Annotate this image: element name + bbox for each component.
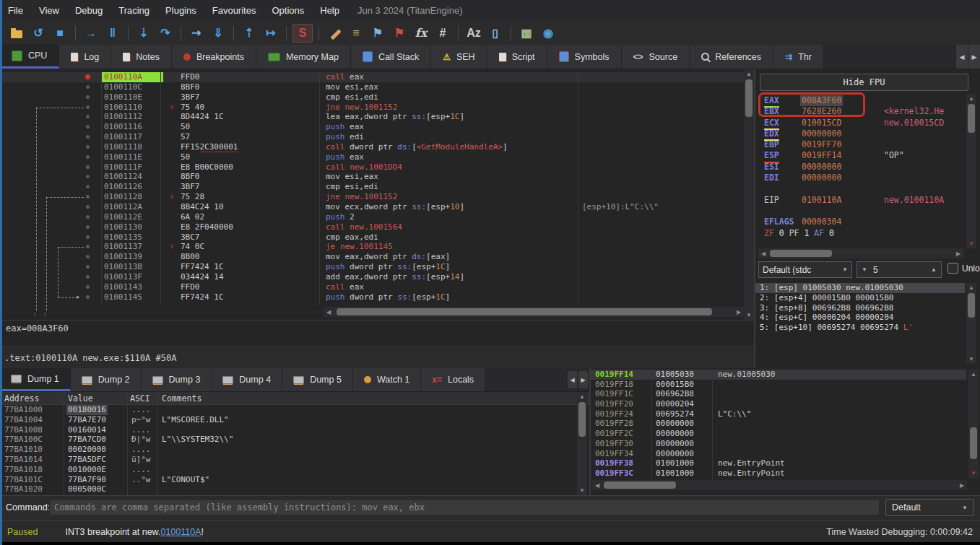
register-row[interactable]: EIP0100110Anew.0100110A [755,195,965,206]
menu-item-help[interactable]: Help [312,5,347,16]
disasm-row[interactable]: 01001128∨75 28jne new.1001152 [0,192,744,202]
horizontal-scrollbar[interactable]: ◀▶ [592,480,967,490]
stack-row[interactable]: 0019FF2800000000 [591,419,966,429]
tab-locals[interactable]: x=Locals [421,368,485,391]
breakpoint-dot[interactable] [85,74,90,79]
run-to-user-code-icon[interactable]: ⇓ [209,25,227,42]
restart-icon[interactable]: ↺ [29,25,48,42]
disasm-row[interactable]: 0100112E6A 02push 2 [0,212,744,222]
stack-row[interactable]: 0019FF18000015B0 [591,380,966,390]
tab-seh[interactable]: ⚠SEH [431,45,487,69]
disasm-row[interactable]: 01001143FFD0call eax [0,282,744,292]
execute-till-return-icon[interactable]: ↦ [261,25,280,42]
scroll-down-icon[interactable]: ▼ [966,240,976,247]
close-icon[interactable]: ■ [51,25,69,42]
vertical-scrollbar[interactable]: ▲▼ [966,283,976,364]
disasm-row[interactable]: 010011128D4424 1Clea eax,dword ptr ss:[e… [0,112,744,122]
disasm-row[interactable]: 0100111757push edi [0,132,744,142]
disassembly-pane[interactable]: EIP ▶ 0100110AFFD0call eax0100110C8BF0mo… [0,69,754,320]
int3-breakpoint-icon[interactable]: S [292,24,313,43]
menu-item-plugins[interactable]: Plugins [157,5,204,16]
disasm-row[interactable]: 0100110C8BF0mov esi,eax [0,82,744,92]
dump-row[interactable]: 77BA10200005000C [0,484,578,494]
tab-script[interactable]: Script [487,45,547,69]
registers-pane[interactable]: Hide FPU EAX008A3F60EBX7628E260<kernel32… [754,69,980,368]
arg-row[interactable]: 2: [esp+4] 000015B0 000015B0 [755,293,965,303]
vertical-scrollbar[interactable]: ▲▼ [744,69,754,320]
unlocked-checkbox[interactable]: Unlocked [948,263,980,274]
checkbox-icon[interactable] [948,263,958,274]
tab-references[interactable]: References [690,45,773,69]
arg-row[interactable]: 4: [esp+C] 00000204 00000204 [755,313,965,323]
labels-icon[interactable]: ⚑ [368,25,387,42]
dump-row[interactable]: 77BA10180010000E.... [0,465,578,475]
stack-row[interactable]: 0019FF2000000204 [591,399,966,409]
tab-dump-2[interactable]: Dump 2 [71,368,142,391]
tab-watch-1[interactable]: Watch 1 [353,368,421,391]
vertical-scrollbar[interactable]: ▲▼ [577,392,587,495]
arg-count-spinner[interactable]: ▼ 5 ▲ [857,261,942,278]
stack-row[interactable]: 0019FF3000000000 [591,439,966,449]
stack-row[interactable]: 0019FF3801001000new.EntryPoint [591,458,966,468]
run-icon[interactable]: → [82,25,100,42]
stack-row[interactable]: 0019FF3400000000 [591,449,966,459]
stack-row[interactable]: 0019FF2400695274L"C:\\" [591,409,966,419]
scroll-right-icon[interactable]: ▶ [958,482,966,489]
calculator-icon[interactable]: ▦ [517,25,536,42]
scroll-thumb[interactable] [968,104,975,133]
dump-row[interactable]: 77BA101000020000.... [0,445,578,455]
register-row[interactable] [755,206,965,217]
arg-row[interactable]: 1: [esp] 01005030 new.01005030 [755,283,965,293]
register-row[interactable]: EDX00000000 [755,128,965,139]
menu-item-file[interactable]: File [0,5,31,16]
dump-tabs-scroll-left-button[interactable]: ◀ [568,371,577,388]
scroll-up-icon[interactable]: ▲ [966,95,976,102]
horizontal-scrollbar[interactable]: ◀▶ [758,248,963,258]
stack-row[interactable]: 0019FF1C006962B8 [591,389,966,399]
stack-row[interactable]: 0019FF1401005030new.01005030 [591,370,966,380]
scroll-left-icon[interactable]: ◀ [594,482,601,489]
menu-item-debug[interactable]: Debug [67,5,110,16]
horizontal-scrollbar[interactable]: ◀▶ [324,307,744,317]
register-row[interactable]: ZF 0 PF 1 AF 0 [755,228,965,239]
step-into-icon[interactable]: ⇣ [134,25,153,42]
tab-dump-5[interactable]: Dump 5 [282,368,353,391]
register-row[interactable]: EDI00000000 [755,173,965,183]
scroll-down-icon[interactable]: ▼ [744,312,754,318]
scroll-thumb[interactable] [968,293,975,318]
scroll-thumb[interactable] [578,402,586,437]
scroll-left-icon[interactable]: ◀ [325,309,332,315]
register-row[interactable]: ESP0019FF14"OP" [755,150,965,161]
disasm-row[interactable]: 0100113BFF7424 1Cpush dword ptr ss:[esp+… [0,262,744,272]
dump-tabs-scroll-right-button[interactable]: ▶ [578,371,588,388]
scroll-thumb[interactable] [604,481,676,489]
disasm-row[interactable]: 01001145FF7424 1Cpush dword ptr ss:[esp+… [0,292,744,302]
device-arrow-icon[interactable]: ▯ [486,25,505,42]
pause-icon[interactable]: ‖ [103,25,122,42]
menu-item-tracing[interactable]: Tracing [110,5,157,16]
arg-row[interactable]: 3: [esp+8] 006962B8 006962B8 [755,303,965,313]
disasm-row[interactable]: 01001110∨75 40jne new.1001152 [0,103,744,113]
tab-cpu[interactable]: CPU [0,45,59,69]
animate-into-icon[interactable]: ⇢ [187,25,206,42]
scroll-up-icon[interactable]: ▲ [968,371,979,378]
tab-call-stack[interactable]: Call Stack [351,45,431,69]
dump-row[interactable]: 77BA101C77BA7F90..°wL"CONOUT$" [0,475,578,485]
scroll-down-icon[interactable]: ▼ [966,356,976,362]
register-row[interactable]: EBP0019FF70 [755,139,965,150]
scroll-thumb[interactable] [770,250,832,257]
tab-dump-4[interactable]: Dump 4 [212,368,282,391]
scroll-thumb[interactable] [970,427,977,459]
dump-row[interactable]: 77BA100477BA7E70p~°wL"MSCOREE.DLL" [0,415,578,425]
functions-icon[interactable]: fx [412,25,430,42]
disasm-row[interactable]: 0100110AFFD0call eax [0,72,744,82]
spinner-up-icon[interactable]: ▲ [931,266,937,273]
tab-log[interactable]: Log [59,45,111,69]
comments-icon[interactable]: ≡ [347,25,365,42]
tab-threads[interactable]: ⇉Thr [773,45,824,69]
scroll-thumb[interactable] [337,308,712,315]
register-row[interactable] [755,183,965,194]
stack-pane[interactable]: 0019FF1401005030new.010050300019FF180000… [589,368,980,495]
register-row[interactable]: EFLAGS00000304 [755,217,965,227]
tabs-scroll-left-button[interactable]: ◀ [955,45,968,69]
